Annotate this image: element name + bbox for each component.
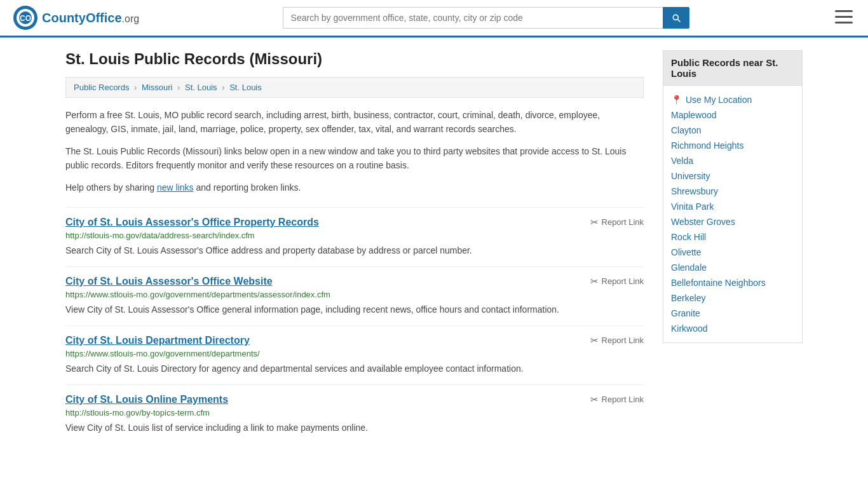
new-links-link[interactable]: new links [157,182,194,193]
search-input[interactable] [283,7,663,29]
scissors-icon: ✂ [590,335,599,346]
sidebar-header: Public Records near St. Louis [663,50,803,86]
menu-button[interactable] [832,8,855,29]
record-header: City of St. Louis Assessor's Office Webs… [65,276,644,287]
sidebar-link-richmond-heights[interactable]: Richmond Heights [671,138,794,153]
sidebar-link-maplewood[interactable]: Maplewood [671,107,794,123]
record-item: City of St. Louis Assessor's Office Prop… [65,207,644,266]
svg-rect-4 [835,10,853,12]
logo-icon: CO [13,5,38,30]
sidebar-link-olivette[interactable]: Olivette [671,245,794,260]
search-icon [671,13,681,23]
report-link-button[interactable]: ✂ Report Link [590,217,644,228]
description-para1: Perform a free St. Louis, MO public reco… [65,108,644,137]
record-description: View City of St. Louis list of service i… [65,421,644,435]
record-item: City of St. Louis Department Directory ✂… [65,325,644,384]
breadcrumb-stlouis-2[interactable]: St. Louis [229,83,262,92]
record-url[interactable]: http://stlouis-mo.gov/data/address-searc… [65,231,644,240]
content: St. Louis Public Records (Missouri) Publ… [65,50,644,444]
sidebar: Public Records near St. Louis 📍 Use My L… [663,50,803,444]
search-area [283,7,689,29]
description-para3: Help others by sharing new links and rep… [65,180,644,194]
record-item: City of St. Louis Assessor's Office Webs… [65,266,644,325]
sidebar-link-rock-hill[interactable]: Rock Hill [671,229,794,245]
record-url[interactable]: https://www.stlouis-mo.gov/government/de… [65,290,644,299]
record-title[interactable]: City of St. Louis Department Directory [65,335,250,346]
records-list: City of St. Louis Assessor's Office Prop… [65,207,644,444]
svg-rect-5 [835,16,853,18]
sidebar-link-university[interactable]: University [671,168,794,184]
record-url[interactable]: http://stlouis-mo.gov/by-topics-term.cfm [65,408,644,417]
record-title[interactable]: City of St. Louis Assessor's Office Prop… [65,217,319,228]
record-description: Search City of St. Louis Directory for a… [65,362,644,376]
sidebar-link-clayton[interactable]: Clayton [671,123,794,138]
record-title[interactable]: City of St. Louis Assessor's Office Webs… [65,276,273,287]
logo-area: CO CountyOffice.org [13,5,139,30]
sidebar-content: 📍 Use My Location Maplewood Clayton Rich… [663,86,803,343]
record-url[interactable]: https://www.stlouis-mo.gov/government/de… [65,349,644,358]
page-title: St. Louis Public Records (Missouri) [65,50,644,68]
sidebar-link-shrewsbury[interactable]: Shrewsbury [671,184,794,199]
sidebar-link-webster-groves[interactable]: Webster Groves [671,214,794,229]
location-pin-icon: 📍 [671,95,682,105]
breadcrumb-missouri[interactable]: Missouri [142,83,172,92]
main-container: St. Louis Public Records (Missouri) Publ… [53,37,815,456]
report-link-button[interactable]: ✂ Report Link [590,394,644,405]
sidebar-link-velda[interactable]: Velda [671,153,794,168]
sidebar-link-kirkwood[interactable]: Kirkwood [671,321,794,336]
description-para2: The St. Louis Public Records (Missouri) … [65,144,644,173]
use-my-location-link[interactable]: 📍 Use My Location [671,92,794,107]
scissors-icon: ✂ [590,276,599,287]
logo-text: CountyOffice.org [42,11,139,25]
record-title[interactable]: City of St. Louis Online Payments [65,394,228,405]
scissors-icon: ✂ [590,217,599,228]
sidebar-link-granite[interactable]: Granite [671,306,794,321]
record-header: City of St. Louis Department Directory ✂… [65,335,644,346]
svg-text:CO: CO [20,14,31,23]
report-link-button[interactable]: ✂ Report Link [590,335,644,346]
sidebar-link-vinita-park[interactable]: Vinita Park [671,199,794,214]
breadcrumb-stlouis-1[interactable]: St. Louis [185,83,217,92]
record-header: City of St. Louis Online Payments ✂ Repo… [65,394,644,405]
breadcrumb-public-records[interactable]: Public Records [74,83,129,92]
hamburger-icon [835,10,853,24]
scissors-icon: ✂ [590,394,599,405]
record-description: Search City of St. Louis Assessor's Offi… [65,244,644,257]
breadcrumb: Public Records › Missouri › St. Louis › … [65,77,644,98]
record-item: City of St. Louis Online Payments ✂ Repo… [65,384,644,444]
report-link-button[interactable]: ✂ Report Link [590,276,644,287]
record-header: City of St. Louis Assessor's Office Prop… [65,217,644,228]
svg-rect-6 [835,22,853,24]
header: CO CountyOffice.org [0,0,868,37]
description: Perform a free St. Louis, MO public reco… [65,108,644,194]
record-description: View City of St. Louis Assessor's Office… [65,303,644,316]
sidebar-link-bellefontaine[interactable]: Bellefontaine Neighbors [671,275,794,290]
sidebar-link-berkeley[interactable]: Berkeley [671,290,794,306]
sidebar-link-glendale[interactable]: Glendale [671,260,794,275]
search-button[interactable] [663,7,689,29]
